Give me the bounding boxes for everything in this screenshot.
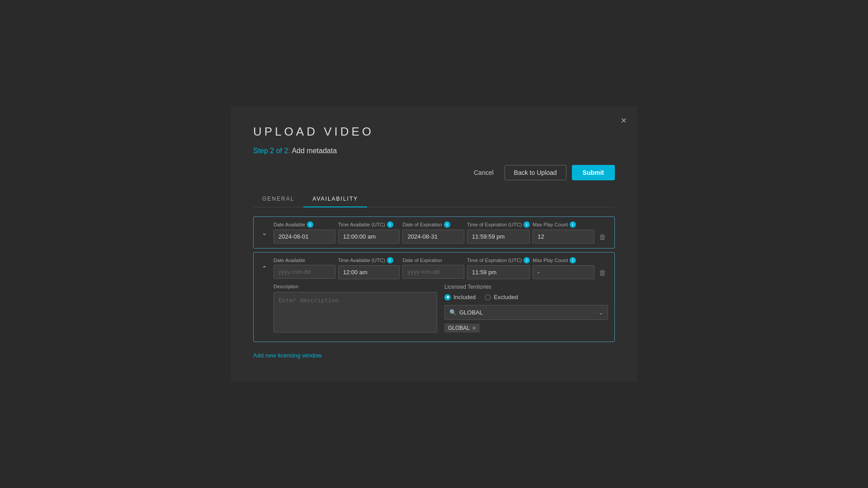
territory-mode-group: Included Excluded: [444, 294, 608, 300]
date-available-label-1: Date Available i: [274, 221, 335, 228]
search-icon: 🔍: [449, 309, 457, 316]
description-label: Description: [274, 284, 437, 289]
date-available-group-2: Date Available: [274, 258, 335, 279]
license-window-2-body: Description Licensed Territories Include…: [254, 284, 614, 342]
max-play-count-group-1: Max Play Count i: [533, 221, 594, 244]
max-play-count-input-2[interactable]: [533, 265, 594, 279]
modal-title: UPLOAD VIDEO: [253, 125, 615, 139]
territory-search-input[interactable]: [459, 305, 599, 319]
back-to-upload-button[interactable]: Back to Upload: [505, 165, 566, 180]
license-window-2-header: ⌃ Date Available Time Available (UTC) i: [254, 253, 614, 284]
territories-section: Licensed Territories Included Excluded: [444, 284, 608, 334]
max-play-count-input-1[interactable]: [533, 230, 594, 244]
licensing-section: ⌄ Date Available i Time Available (UTC) …: [253, 216, 615, 359]
cancel-button[interactable]: Cancel: [468, 165, 499, 180]
date-expiration-label-1: Date of Expiration i: [402, 221, 464, 228]
territories-label: Licensed Territories: [444, 284, 608, 290]
step-label: Step 2 of 2: Add metadata: [253, 147, 615, 155]
date-available-input-1[interactable]: [274, 230, 335, 244]
add-licensing-window-link[interactable]: Add new licensing window: [253, 352, 615, 359]
tabs: GENERAL AVAILABILITY: [253, 191, 615, 207]
license-window-1-header: ⌄ Date Available i Time Available (UTC) …: [254, 217, 614, 248]
date-expiration-input-2[interactable]: [402, 265, 464, 279]
territory-dropdown-arrow[interactable]: ⌄: [599, 310, 603, 316]
close-button[interactable]: ×: [621, 116, 627, 126]
max-play-count-group-2: Max Play Count i: [533, 257, 594, 279]
time-expiration-label-1: Time of Expiration (UTC) i: [467, 221, 530, 228]
date-expiration-info-1[interactable]: i: [444, 221, 450, 228]
time-expiration-group-1: Time of Expiration (UTC) i: [467, 221, 530, 244]
time-expiration-input-1[interactable]: [467, 230, 530, 244]
upload-video-modal: × UPLOAD VIDEO Step 2 of 2: Add metadata…: [231, 107, 637, 381]
time-expiration-group-2: Time of Expiration (UTC) i: [467, 257, 530, 279]
max-play-count-info-1[interactable]: i: [570, 221, 576, 228]
date-expiration-input-1[interactable]: [402, 230, 464, 244]
time-expiration-label-2: Time of Expiration (UTC) i: [467, 257, 530, 263]
license-window-1: ⌄ Date Available i Time Available (UTC) …: [253, 216, 615, 249]
tab-general[interactable]: GENERAL: [253, 191, 303, 207]
action-bar: Cancel Back to Upload Submit: [253, 165, 615, 180]
time-available-info-1[interactable]: i: [387, 221, 393, 228]
excluded-radio-dot: [485, 294, 491, 300]
max-play-count-info-2[interactable]: i: [570, 257, 576, 263]
description-textarea[interactable]: [274, 292, 437, 333]
included-radio-dot: [444, 294, 451, 300]
header-fields-1: Date Available i Time Available (UTC) i: [274, 221, 608, 244]
delete-window-2[interactable]: 🗑: [597, 267, 608, 279]
time-available-group-1: Time Available (UTC) i: [338, 221, 400, 244]
max-play-count-label-2: Max Play Count i: [533, 257, 594, 263]
global-tag-remove[interactable]: ✕: [472, 325, 476, 331]
territory-search-wrapper: 🔍 ⌄: [444, 305, 608, 320]
date-expiration-group-1: Date of Expiration i: [402, 221, 464, 244]
max-play-count-label-1: Max Play Count i: [533, 221, 594, 228]
time-available-input-2[interactable]: [338, 265, 400, 279]
date-available-info-1[interactable]: i: [307, 221, 313, 228]
date-expiration-label-2: Date of Expiration: [402, 258, 464, 263]
header-fields-2: Date Available Time Available (UTC) i: [274, 257, 608, 279]
date-available-label-2: Date Available: [274, 258, 335, 263]
time-expiration-info-2[interactable]: i: [524, 257, 530, 263]
time-available-group-2: Time Available (UTC) i: [338, 257, 400, 279]
step-description: Add metadata: [292, 147, 337, 155]
included-radio[interactable]: Included: [444, 294, 476, 300]
time-available-label-2: Time Available (UTC) i: [338, 257, 400, 263]
date-available-input-2[interactable]: [274, 265, 335, 279]
excluded-radio[interactable]: Excluded: [485, 294, 518, 300]
collapse-toggle-1[interactable]: ⌄: [260, 229, 269, 236]
date-expiration-group-2: Date of Expiration: [402, 258, 464, 279]
description-section: Description: [274, 284, 437, 334]
time-available-label-1: Time Available (UTC) i: [338, 221, 400, 228]
expanded-fields: Description Licensed Territories Include…: [274, 284, 608, 334]
tab-availability[interactable]: AVAILABILITY: [303, 191, 367, 207]
territory-tags: GLOBAL ✕: [444, 324, 608, 333]
license-window-2: ⌃ Date Available Time Available (UTC) i: [253, 252, 615, 342]
date-available-group-1: Date Available i: [274, 221, 335, 244]
delete-window-1[interactable]: 🗑: [597, 231, 608, 243]
time-expiration-info-1[interactable]: i: [524, 221, 530, 228]
global-tag: GLOBAL ✕: [444, 324, 480, 333]
time-expiration-input-2[interactable]: [467, 265, 530, 279]
time-available-info-2[interactable]: i: [387, 257, 393, 263]
time-available-input-1[interactable]: [338, 230, 400, 244]
submit-button[interactable]: Submit: [572, 165, 615, 180]
collapse-toggle-2[interactable]: ⌃: [260, 265, 269, 272]
step-prefix: Step 2 of 2:: [253, 147, 290, 155]
